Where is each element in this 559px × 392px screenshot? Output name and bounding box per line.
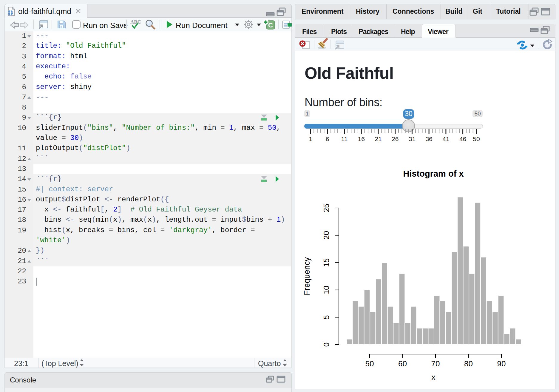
svg-text:ABC: ABC	[130, 19, 141, 25]
svg-text:C: C	[268, 21, 273, 29]
